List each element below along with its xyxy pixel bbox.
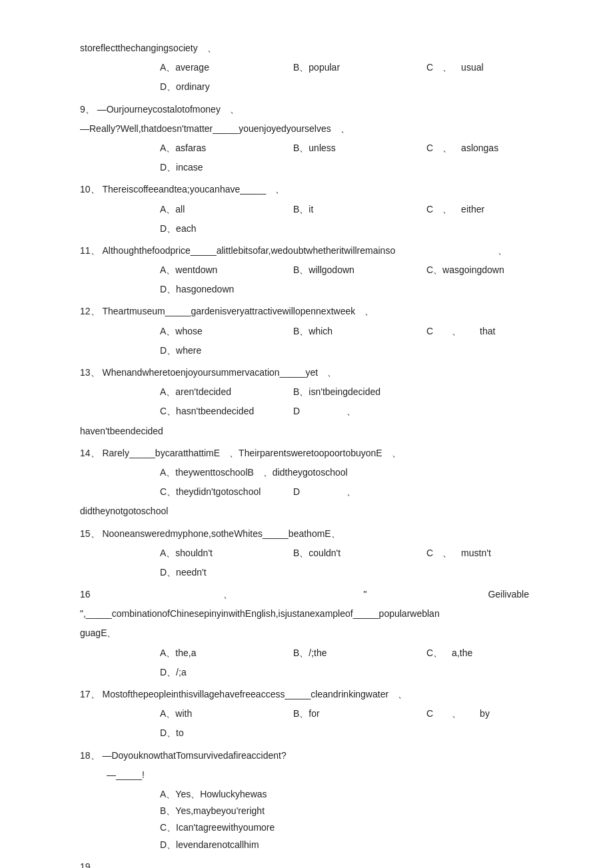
q11-optD: D、hasgonedown <box>80 281 560 298</box>
q14-d-extra: didtheynotgotoschool <box>80 503 560 520</box>
q14-optC: C、theydidn'tgotoschool <box>160 484 280 500</box>
q17-optD: D、to <box>80 725 560 741</box>
q18-optC: C、Ican'tagreewithyoumore <box>160 819 280 836</box>
q14-text: 14、 Rarely_____bycaratthattimE 、Theirpar… <box>80 445 560 462</box>
q10-text: 10、 Thereiscoffeeandtea;youcanhave_____ … <box>80 181 560 198</box>
q12-optB: B、which <box>293 323 413 340</box>
q13-optD: D 、 <box>293 403 413 420</box>
q12-options: A、whose B、which C 、 that <box>80 323 560 340</box>
question-12: 12、 Theartmuseum_____gardenisveryattract… <box>80 303 560 359</box>
intro-block: storeflectthechangingsociety 、 A、average… <box>80 40 560 96</box>
q18-options-row2: B、Yes,maybeyou'reright <box>80 803 560 819</box>
q12-optA: A、whose <box>160 323 280 340</box>
q12-optD: D、where <box>80 342 560 359</box>
q16-options: A、the,a B、/;the C、 a,the <box>80 645 560 661</box>
q9-optB: B、unless <box>293 140 413 157</box>
q16-intro2: ",_____combinationofChinesepinyinwithEng… <box>80 606 560 622</box>
q12-optC: C 、 that <box>426 323 546 340</box>
q14-options-row1: A、theywenttoschoolB 、didtheygotoschool <box>80 464 560 481</box>
question-17: 17、 Mostofthepeopleinthisvillagehavefree… <box>80 686 560 742</box>
q18-line2: ―_____! <box>80 767 560 783</box>
q13-d-extra: haven'tbeendecided <box>80 423 560 440</box>
q18-optB: B、Yes,maybeyou'reright <box>160 803 280 819</box>
q17-optB: B、for <box>293 705 413 722</box>
q16-optD: D、/;a <box>80 664 560 681</box>
q16-optB: B、/;the <box>293 645 413 661</box>
q14-optA: A、theywenttoschoolB 、didtheygotoschool <box>160 464 348 481</box>
q18-line1: 18、 ―DoyouknowthatTomsurvivedafireaccide… <box>80 747 560 764</box>
q18-optA: A、Yes、Howluckyhewas <box>160 786 280 803</box>
q14-optD: D 、 <box>293 484 413 500</box>
q13-optB: B、isn'tbeingdecided <box>293 384 413 400</box>
q9-optA: A、asfaras <box>160 140 280 157</box>
q10-optD: D、each <box>80 220 560 237</box>
question-10: 10、 Thereiscoffeeandtea;youcanhave_____ … <box>80 181 560 237</box>
q15-optD: D、needn't <box>80 564 560 581</box>
q17-optC: C 、 by <box>426 705 546 722</box>
option-A: A、average <box>160 59 280 76</box>
q15-options: A、shouldn't B、couldn't C 、 mustn't <box>80 545 560 562</box>
q10-options: A、all B、it C 、 either <box>80 201 560 218</box>
page-content: storeflectthechangingsociety 、 A、average… <box>80 40 560 868</box>
q11-text: 11、 Althoughthefoodprice_____alittlebits… <box>80 242 560 259</box>
q10-optB: B、it <box>293 201 413 218</box>
q13-optC: C、hasn'tbeendecided <box>160 403 280 420</box>
q9-optD: D、incase <box>80 159 560 176</box>
q9-options: A、asfaras B、unless C 、 aslongas <box>80 140 560 157</box>
question-19: 19 、 ItwasMartinLutherKing'sstruggle____… <box>80 859 560 868</box>
q17-options: A、with B、for C 、 by <box>80 705 560 722</box>
q18-options: A、Yes、Howluckyhewas B、Yes,maybeyou'rerig… <box>80 786 560 853</box>
q13-options-row1: A、aren'tdecided B、isn'tbeingdecided <box>80 384 560 400</box>
question-14: 14、 Rarely_____bycaratthattimE 、Theirpar… <box>80 445 560 520</box>
q16-optA: A、the,a <box>160 645 280 661</box>
q16-intro1: 16 、 " Geilivable <box>80 586 560 603</box>
question-13: 13、 Whenandwheretoenjoyoursummervacation… <box>80 364 560 440</box>
q19-intro: 19 、 <box>80 859 560 868</box>
question-11: 11、 Althoughthefoodprice_____alittlebits… <box>80 242 560 298</box>
option-B: B、popular <box>293 59 413 76</box>
q17-optA: A、with <box>160 705 280 722</box>
q16-intro3: guagE、 <box>80 625 560 642</box>
q16-optC: C、 a,the <box>426 645 546 661</box>
intro-options: A、average B、popular C 、 usual <box>80 59 560 76</box>
q11-optB: B、willgodown <box>293 262 413 278</box>
q12-text: 12、 Theartmuseum_____gardenisveryattract… <box>80 303 560 320</box>
q17-text: 17、 Mostofthepeopleinthisvillagehavefree… <box>80 686 560 703</box>
q15-text: 15、 Nooneansweredmyphone,sotheWhites____… <box>80 526 560 542</box>
question-15: 15、 Nooneansweredmyphone,sotheWhites____… <box>80 526 560 582</box>
q18-optD: D、levendarenotcallhim <box>160 837 280 853</box>
intro-text: storeflectthechangingsociety 、 <box>80 40 560 57</box>
q13-optA: A、aren'tdecided <box>160 384 280 400</box>
q13-text: 13、 Whenandwheretoenjoyoursummervacation… <box>80 364 560 381</box>
option-C: C 、 usual <box>426 59 546 76</box>
q10-optC: C 、 either <box>426 201 546 218</box>
q10-optA: A、all <box>160 201 280 218</box>
q11-options: A、wentdown B、willgodown C、wasgoingdown <box>80 262 560 278</box>
question-9: 9、 ―Ourjourneycostalotofmoney 、 ―Really?… <box>80 101 560 177</box>
q9-optC: C 、 aslongas <box>426 140 546 157</box>
q15-optB: B、couldn't <box>293 545 413 562</box>
q11-optC: C、wasgoingdown <box>426 262 546 278</box>
q9-line1: 9、 ―Ourjourneycostalotofmoney 、 <box>80 101 560 118</box>
q11-optA: A、wentdown <box>160 262 280 278</box>
q13-options-row2: C、hasn'tbeendecided D 、 <box>80 403 560 420</box>
option-D: D、ordinary <box>80 79 560 95</box>
q15-optA: A、shouldn't <box>160 545 280 562</box>
q18-options-row4: D、levendarenotcallhim <box>80 837 560 853</box>
question-16: 16 、 " Geilivable ",_____combinationofCh… <box>80 586 560 681</box>
q18-options-row1: A、Yes、Howluckyhewas <box>80 786 560 803</box>
q9-line2: ―Really?Well,thatdoesn'tmatter_____youen… <box>80 121 560 137</box>
q15-optC: C 、 mustn't <box>426 545 546 562</box>
q18-options-row3: C、Ican'tagreewithyoumore <box>80 819 560 836</box>
q14-options-row2: C、theydidn'tgotoschool D 、 <box>80 484 560 500</box>
question-18: 18、 ―DoyouknowthatTomsurvivedafireaccide… <box>80 747 560 853</box>
